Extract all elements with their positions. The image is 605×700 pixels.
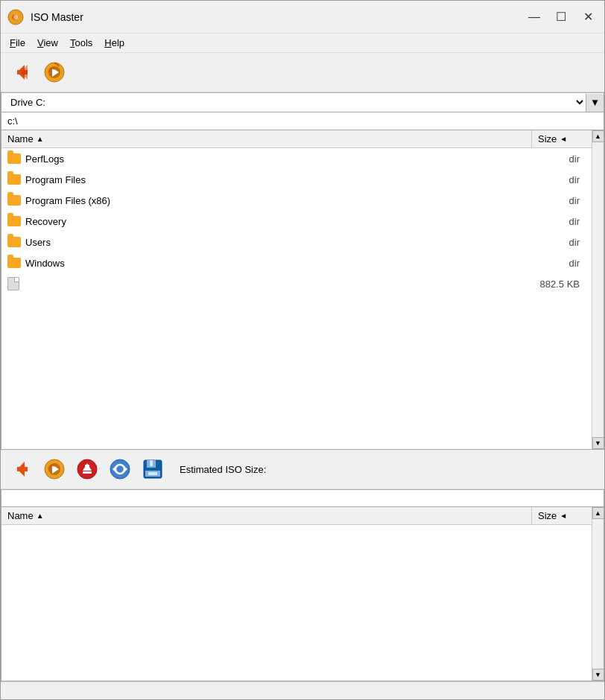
menu-tools[interactable]: Tools bbox=[64, 35, 98, 51]
file-name: Users bbox=[25, 237, 51, 248]
file-name: Windows bbox=[25, 258, 65, 269]
bt-back-icon bbox=[10, 457, 34, 481]
drive-select-input[interactable]: Drive C: bbox=[1, 93, 586, 112]
lower-file-list[interactable] bbox=[1, 525, 592, 681]
main-toolbar bbox=[1, 53, 604, 92]
file-name: Program Files bbox=[25, 174, 86, 185]
bt-save-icon bbox=[141, 457, 165, 481]
file-icon bbox=[7, 277, 19, 290]
bt-add-button[interactable] bbox=[39, 454, 69, 484]
estimated-label: Estimated ISO Size: bbox=[180, 464, 266, 475]
size-sort-arrow: ◄ bbox=[560, 135, 567, 143]
scroll-up-button[interactable]: ▲ bbox=[592, 130, 604, 142]
drive-selector: Drive C: ▼ bbox=[1, 92, 604, 112]
scroll-track[interactable] bbox=[592, 142, 604, 437]
file-size: 882.5 KB bbox=[526, 279, 586, 290]
file-name: PerfLogs bbox=[25, 153, 64, 165]
lower-section: Name ▲ Size ◄ ▲ ▼ bbox=[1, 489, 604, 681]
upper-col-name[interactable]: Name ▲ bbox=[1, 130, 532, 147]
lower-scroll-down-button[interactable]: ▼ bbox=[592, 669, 604, 681]
folder-icon bbox=[7, 216, 21, 226]
maximize-button[interactable]: ☐ bbox=[551, 7, 571, 28]
file-name: Program Files (x86) bbox=[25, 195, 110, 206]
menu-view[interactable]: View bbox=[31, 35, 64, 51]
lower-scroll-up-button[interactable]: ▲ bbox=[592, 507, 604, 519]
folder-icon bbox=[7, 237, 21, 247]
app-icon bbox=[7, 8, 25, 26]
upper-file-list[interactable]: PerfLogsdirProgram FilesdirProgram Files… bbox=[1, 148, 592, 449]
file-size: dir bbox=[526, 174, 586, 185]
bt-refresh-button[interactable] bbox=[105, 454, 135, 484]
bt-download-button[interactable] bbox=[72, 454, 102, 484]
svg-point-1 bbox=[13, 15, 18, 19]
menu-file[interactable]: File bbox=[4, 35, 31, 51]
bt-back-button[interactable] bbox=[7, 454, 37, 484]
file-size: dir bbox=[526, 258, 586, 269]
lower-file-header: Name ▲ Size ◄ bbox=[1, 507, 592, 525]
file-size: dir bbox=[526, 216, 586, 227]
back-button[interactable] bbox=[7, 57, 37, 87]
lower-size-sort-arrow: ◄ bbox=[560, 512, 567, 520]
back-icon bbox=[10, 60, 34, 84]
folder-icon bbox=[7, 153, 21, 164]
lower-scroll-track[interactable] bbox=[592, 519, 604, 669]
table-row[interactable]: 882.5 KB bbox=[1, 273, 592, 294]
upper-section: Drive C: ▼ c:\ Name ▲ Size ◄ bbox=[1, 92, 604, 450]
title-bar: ISO Master — ☐ ✕ bbox=[1, 1, 604, 34]
svg-rect-9 bbox=[17, 467, 28, 471]
minimize-button[interactable]: — bbox=[524, 7, 545, 28]
upper-scrollbar: ▲ ▼ bbox=[592, 130, 604, 449]
close-button[interactable]: ✕ bbox=[577, 7, 598, 28]
main-window: ISO Master — ☐ ✕ File View Tools Help bbox=[0, 0, 605, 700]
bottom-toolbar: Estimated ISO Size: bbox=[1, 450, 604, 489]
lower-col-name[interactable]: Name ▲ bbox=[1, 507, 532, 524]
lower-col-size[interactable]: Size ◄ bbox=[532, 507, 592, 524]
file-size: dir bbox=[526, 153, 586, 165]
lower-file-pane: Name ▲ Size ◄ ▲ ▼ bbox=[1, 507, 604, 681]
table-row[interactable]: Program Files (x86)dir bbox=[1, 190, 592, 211]
lower-name-sort-arrow: ▲ bbox=[37, 512, 44, 520]
svg-rect-24 bbox=[148, 472, 157, 475]
window-title: ISO Master bbox=[31, 11, 524, 23]
upper-file-pane: Name ▲ Size ◄ PerfLogsdirProgram Filesdi… bbox=[1, 130, 604, 450]
bt-save-button[interactable] bbox=[138, 454, 168, 484]
folder-icon bbox=[7, 195, 21, 206]
file-name: Recovery bbox=[25, 216, 66, 227]
file-size: dir bbox=[526, 237, 586, 248]
table-row[interactable]: Program Filesdir bbox=[1, 169, 592, 190]
status-bar bbox=[1, 681, 604, 699]
scroll-down-button[interactable]: ▼ bbox=[592, 437, 604, 449]
folder-icon bbox=[7, 174, 21, 185]
name-sort-arrow: ▲ bbox=[37, 135, 44, 143]
table-row[interactable]: PerfLogsdir bbox=[1, 148, 592, 169]
upper-path-bar: c:\ bbox=[1, 112, 604, 130]
svg-rect-15 bbox=[85, 465, 89, 471]
svg-rect-16 bbox=[83, 471, 92, 474]
file-size: dir bbox=[526, 195, 586, 206]
forward-icon bbox=[42, 60, 66, 84]
bt-refresh-icon bbox=[108, 457, 132, 481]
svg-rect-22 bbox=[150, 460, 153, 466]
menu-help[interactable]: Help bbox=[98, 35, 130, 51]
lower-scrollbar: ▲ ▼ bbox=[592, 507, 604, 681]
table-row[interactable]: Usersdir bbox=[1, 232, 592, 252]
table-row[interactable]: Recoverydir bbox=[1, 211, 592, 232]
drive-dropdown-button[interactable]: ▼ bbox=[586, 94, 604, 112]
folder-icon bbox=[7, 258, 21, 268]
lower-path-bar bbox=[1, 489, 604, 507]
upper-file-header: Name ▲ Size ◄ bbox=[1, 130, 592, 148]
upper-col-size[interactable]: Size ◄ bbox=[532, 130, 592, 147]
bt-download-icon bbox=[75, 457, 99, 481]
window-controls: — ☐ ✕ bbox=[524, 7, 598, 28]
forward-button[interactable] bbox=[39, 57, 69, 87]
table-row[interactable]: Windowsdir bbox=[1, 252, 592, 273]
menubar: File View Tools Help bbox=[1, 34, 604, 53]
bt-add-icon bbox=[42, 457, 66, 481]
